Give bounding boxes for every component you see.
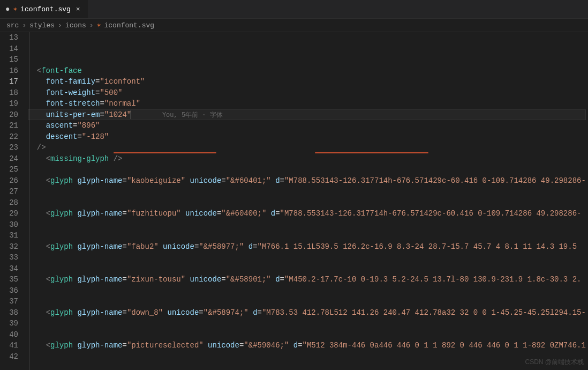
line-number: 21 [0,120,18,131]
breadcrumb-item[interactable]: src [6,21,19,29]
line-number: 25 [0,164,18,175]
code-line[interactable] [28,362,586,370]
line-number: 34 [0,263,18,275]
line-number: 13 [0,32,18,43]
tab-label: iconfont.svg [20,5,71,13]
line-number: 35 [0,274,18,285]
code-line[interactable]: <glyph glyph-name="fabu2" unicode="&#589… [28,241,586,253]
line-number: 30 [0,219,18,231]
modified-dot-icon: ● [5,5,10,13]
code-line[interactable] [28,263,586,275]
chevron-right-icon: › [89,21,94,29]
line-number: 14 [0,43,18,55]
code-line[interactable] [28,351,586,362]
code-line[interactable] [28,296,586,307]
code-line[interactable] [28,164,586,175]
line-number: 16 [0,65,18,77]
breadcrumb-item[interactable]: iconfont.svg [104,21,155,29]
code-line[interactable]: <glyph glyph-name="pictureselected" unic… [28,340,586,351]
code-line[interactable]: units-per-em="1024" You, 5年前 · 字体 [28,109,586,121]
line-number: 23 [0,142,18,153]
code-line[interactable] [28,318,586,329]
line-number: 32 [0,241,18,253]
line-number-gutter: 1314151617181920212223242526272829303132… [0,32,28,370]
line-number: 27 [0,186,18,197]
line-number: 40 [0,329,18,341]
code-line[interactable]: descent="-128" [28,131,586,143]
line-number: 42 [0,351,18,362]
breadcrumb-item[interactable]: icons [65,21,86,29]
chevron-right-icon: › [58,21,62,29]
code-line[interactable]: <glyph glyph-name="kaobeiguize" unicode=… [28,175,586,187]
line-number: 38 [0,307,18,319]
git-blame-annotation: You, 5年前 · 字体 [131,112,222,119]
line-number: 17 [0,76,18,87]
breadcrumb: src › styles › icons › ✶ iconfont.svg [0,19,588,32]
code-line[interactable] [28,186,586,197]
line-number: 24 [0,153,18,165]
code-line[interactable] [28,285,586,297]
line-number: 22 [0,131,18,143]
line-number: 39 [0,318,18,329]
tab-bar: ● ✶ iconfont.svg × [0,0,588,19]
code-area[interactable]: <font-face font-family="iconfont" font-w… [28,32,586,370]
highlight-underline [114,152,216,153]
code-line[interactable]: ascent="896" [28,120,586,131]
breadcrumb-item[interactable]: styles [29,21,55,29]
code-line[interactable]: <missing-glyph /> [28,153,586,165]
line-number: 41 [0,340,18,351]
line-number: 31 [0,230,18,241]
line-number: 19 [0,98,18,109]
highlight-underline [315,152,428,153]
code-line[interactable]: <glyph glyph-name="zixun-tousu" unicode=… [28,274,586,285]
watermark: CSDN @前端技术栈 [525,358,584,367]
editor[interactable]: 1314151617181920212223242526272829303132… [0,32,588,370]
code-line[interactable] [28,219,586,231]
line-number: 36 [0,285,18,297]
line-number: 18 [0,87,18,99]
code-line[interactable]: /> [28,142,586,153]
svg-file-icon: ✶ [97,21,101,29]
code-line[interactable] [28,252,586,263]
code-line[interactable] [28,197,586,209]
line-number: 28 [0,197,18,209]
code-line[interactable]: font-stretch="normal" [28,98,586,109]
line-number: 26 [0,175,18,187]
code-line[interactable]: font-weight="500" [28,87,586,99]
line-number: 37 [0,296,18,307]
code-line[interactable] [28,329,586,341]
line-number: 33 [0,252,18,263]
close-tab-button[interactable]: × [74,5,82,13]
line-number: 29 [0,208,18,219]
line-number: 20 [0,109,18,121]
code-line[interactable]: <font-face [28,65,586,77]
svg-file-icon: ✶ [13,5,17,13]
code-line[interactable]: <glyph glyph-name="down_8" unicode="&#58… [28,307,586,319]
chevron-right-icon: › [22,21,26,29]
code-line[interactable]: <glyph glyph-name="fuzhituopu" unicode="… [28,208,586,219]
code-line[interactable] [28,230,586,241]
line-number: 15 [0,54,18,65]
file-tab-iconfont[interactable]: ● ✶ iconfont.svg × [0,0,88,18]
code-line[interactable]: font-family="iconfont" [28,76,586,87]
